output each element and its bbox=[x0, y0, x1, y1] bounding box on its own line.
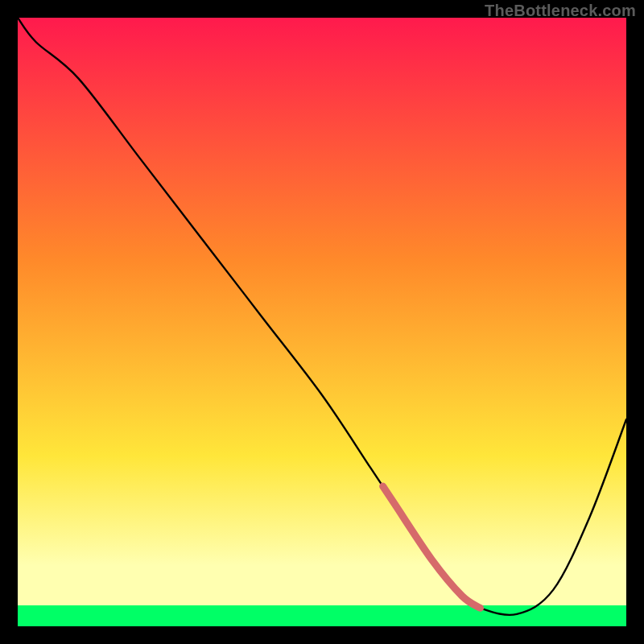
optimal-range-highlight bbox=[383, 486, 481, 608]
curve-layer bbox=[18, 18, 626, 626]
bottleneck-curve bbox=[18, 18, 626, 615]
chart-frame bbox=[18, 18, 626, 626]
watermark-text: TheBottleneck.com bbox=[485, 2, 636, 20]
